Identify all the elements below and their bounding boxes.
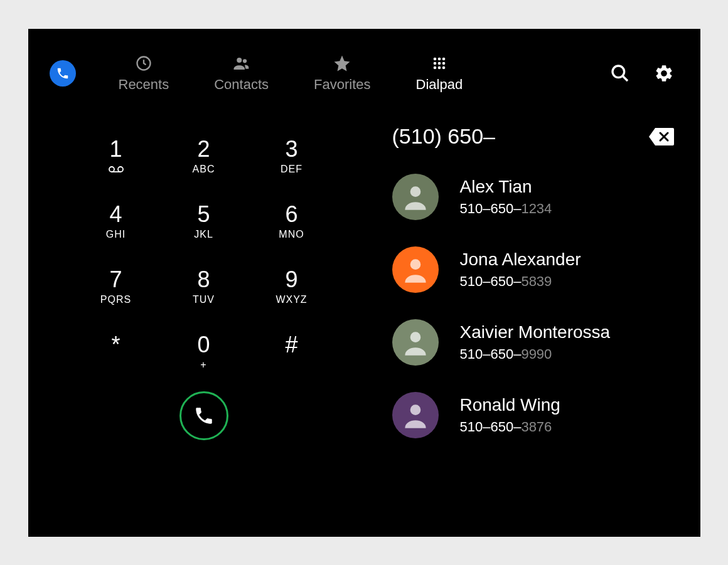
phone-app-icon: [50, 60, 76, 87]
tab-favorites[interactable]: Favorites: [314, 54, 370, 93]
dialpad-key-7[interactable]: 7PQRS: [72, 255, 160, 320]
key-digit: 7: [109, 268, 122, 291]
dialpad-key-*[interactable]: *: [72, 320, 160, 385]
gear-icon: [654, 63, 674, 83]
dialpad-key-9[interactable]: 9WXYZ: [248, 255, 336, 320]
svg-point-10: [437, 66, 441, 70]
phone-icon: [56, 66, 70, 80]
key-sublabel: [109, 163, 124, 176]
key-digit: 6: [285, 203, 297, 226]
svg-point-11: [442, 66, 445, 70]
contact-row[interactable]: Xaivier Monterossa510–650–9990: [392, 319, 675, 366]
phone-app: Recents Contacts Favorit: [28, 29, 700, 537]
tab-contacts[interactable]: Contacts: [214, 54, 269, 93]
svg-line-13: [623, 76, 628, 81]
dialpad-key-0[interactable]: 0+: [160, 320, 248, 385]
dialpad-key-#[interactable]: #: [248, 320, 336, 385]
key-sublabel: ABC: [193, 163, 215, 176]
key-digit: *: [111, 332, 120, 358]
svg-point-12: [613, 66, 624, 78]
backspace-icon: [648, 127, 675, 147]
svg-point-2: [243, 59, 247, 63]
call-button[interactable]: [179, 391, 228, 440]
key-digit: 1: [109, 138, 122, 161]
topbar: Recents Contacts Favorit: [28, 29, 700, 105]
clock-icon: [134, 54, 153, 73]
svg-point-7: [437, 62, 441, 65]
svg-point-4: [437, 58, 441, 61]
contact-row[interactable]: Alex Tian510–650–1234: [392, 174, 675, 220]
dialed-row: (510) 650–: [392, 124, 675, 149]
dialpad-key-4[interactable]: 4GHI: [72, 189, 160, 255]
svg-point-9: [433, 66, 436, 70]
contact-name: Xaivier Monterossa: [460, 322, 611, 342]
avatar: [392, 392, 439, 438]
contact-info: Xaivier Monterossa510–650–9990: [460, 322, 611, 362]
phone-icon: [193, 405, 215, 426]
key-sublabel: JKL: [194, 228, 213, 241]
dialpad-key-3[interactable]: 3DEF: [248, 124, 336, 189]
key-digit: 2: [197, 138, 210, 161]
key-digit: 8: [197, 268, 210, 291]
tab-dialpad[interactable]: Dialpad: [416, 54, 463, 93]
svg-point-6: [433, 62, 436, 65]
avatar: [392, 246, 439, 293]
tab-label: Favorites: [314, 77, 370, 93]
star-icon: [333, 54, 351, 73]
contact-info: Jona Alexander510–650–5839: [460, 250, 581, 290]
contact-row[interactable]: Jona Alexander510–650–5839: [392, 246, 675, 293]
search-icon: [610, 63, 630, 83]
key-digit: 3: [285, 138, 297, 161]
tab-label: Recents: [119, 77, 169, 93]
contact-info: Alex Tian510–650–1234: [460, 177, 552, 217]
dialpad-key-6[interactable]: 6MNO: [248, 189, 336, 255]
contact-name: Alex Tian: [460, 177, 552, 197]
avatar: [392, 319, 439, 366]
contact-phone: 510–650–5839: [460, 273, 581, 290]
dialpad-icon: [430, 54, 449, 73]
key-sublabel: MNO: [279, 228, 304, 241]
topbar-actions: [609, 62, 675, 85]
tab-label: Contacts: [214, 77, 269, 93]
dialpad-area: 12ABC3DEF4GHI5JKL6MNO7PQRS8TUV9WXYZ*0+#: [53, 124, 355, 512]
key-sublabel: +: [200, 359, 206, 371]
key-digit: 4: [109, 203, 122, 226]
contact-name: Ronald Wing: [460, 395, 560, 415]
people-icon: [232, 54, 251, 73]
svg-point-1: [237, 58, 242, 63]
key-digit: #: [285, 332, 297, 358]
svg-point-3: [433, 58, 436, 61]
dialpad-key-8[interactable]: 8TUV: [160, 255, 248, 320]
backspace-button[interactable]: [648, 127, 675, 147]
contact-phone: 510–650–9990: [460, 346, 611, 362]
contact-name: Jona Alexander: [460, 250, 581, 270]
contact-phone: 510–650–1234: [460, 201, 552, 217]
key-digit: 9: [285, 268, 297, 291]
svg-point-20: [410, 404, 420, 415]
contacts-list: Alex Tian510–650–1234Jona Alexander510–6…: [392, 174, 675, 438]
svg-point-17: [410, 186, 420, 197]
content-area: 12ABC3DEF4GHI5JKL6MNO7PQRS8TUV9WXYZ*0+# …: [28, 105, 700, 537]
svg-point-15: [118, 167, 123, 172]
settings-button[interactable]: [653, 62, 675, 85]
key-sublabel: GHI: [106, 228, 126, 241]
dialpad-key-1[interactable]: 1: [72, 124, 160, 189]
dialpad-key-2[interactable]: 2ABC: [160, 124, 248, 189]
svg-point-14: [109, 167, 114, 172]
voicemail-icon: [109, 163, 124, 176]
key-sublabel: TUV: [193, 293, 215, 306]
contact-row[interactable]: Ronald Wing510–650–3876: [392, 392, 675, 438]
contact-phone: 510–650–3876: [460, 419, 560, 435]
dialpad-key-5[interactable]: 5JKL: [160, 189, 248, 255]
tab-recents[interactable]: Recents: [119, 54, 169, 93]
avatar: [392, 174, 439, 220]
search-button[interactable]: [609, 62, 631, 85]
tab-bar: Recents Contacts Favorit: [119, 54, 602, 93]
contact-info: Ronald Wing510–650–3876: [460, 395, 560, 435]
key-digit: 0: [197, 334, 210, 356]
key-digit: 5: [197, 203, 210, 226]
svg-point-8: [442, 62, 445, 65]
key-sublabel: PQRS: [100, 293, 131, 306]
key-sublabel: DEF: [281, 163, 302, 176]
dialed-number: (510) 650–: [392, 124, 495, 149]
